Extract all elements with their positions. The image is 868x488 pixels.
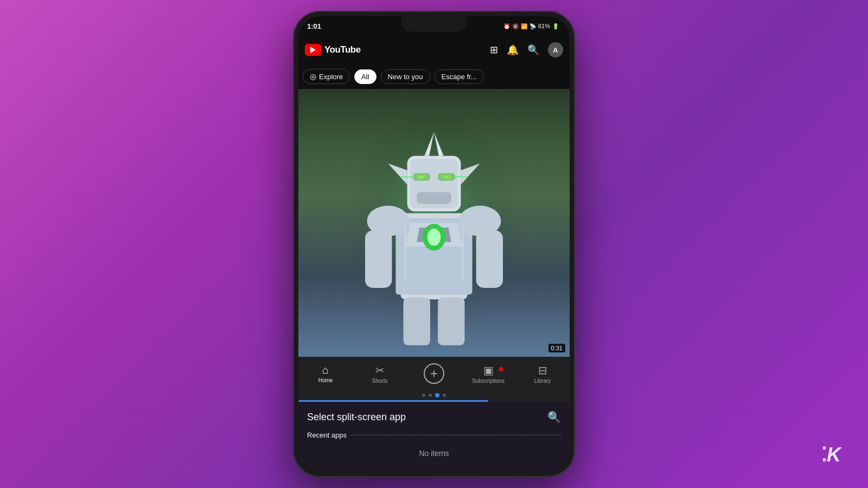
svg-rect-16 — [438, 173, 455, 181]
wifi-icon: 📶 — [521, 23, 527, 29]
phone-mockup: 1:01 ⏰ 🔇 📶 📡 61% 🔋 YouTube ⊞ — [293, 11, 575, 477]
shorts-label: Shorts — [372, 378, 388, 384]
nav-home[interactable]: ⌂ Home — [298, 364, 353, 383]
pagination-dots — [298, 390, 570, 400]
new-to-you-label: New to you — [388, 73, 423, 81]
home-label: Home — [318, 377, 333, 383]
split-screen-panel: Select split-screen app 🔍 Recent apps No… — [298, 402, 570, 472]
status-icons: ⏰ 🔇 📶 📡 61% 🔋 — [503, 23, 559, 29]
video-thumbnail — [298, 89, 570, 357]
youtube-header: YouTube ⊞ 🔔 🔍 A — [298, 36, 570, 64]
header-actions: ⊞ 🔔 🔍 A — [490, 42, 563, 57]
filter-bar: ◎ Explore All New to you Escape fr... — [298, 64, 570, 89]
alarm-icon: ⏰ — [503, 23, 510, 29]
explore-chip[interactable]: ◎ Explore — [303, 69, 350, 84]
youtube-logo-text: YouTube — [324, 44, 361, 55]
escape-label: Escape fr... — [442, 73, 477, 81]
recent-apps-label: Recent apps — [307, 431, 347, 439]
search-icon[interactable]: 🔍 — [527, 44, 539, 56]
nav-library[interactable]: ⊟ Library — [515, 364, 570, 384]
all-label: All — [361, 73, 369, 81]
dot-1 — [422, 394, 425, 397]
progress-bar-container — [298, 400, 570, 402]
all-chip[interactable]: All — [354, 69, 376, 84]
no-items-text: No items — [307, 446, 561, 461]
youtube-logo: YouTube — [305, 44, 490, 56]
home-icon: ⌂ — [322, 364, 329, 376]
svg-rect-19 — [417, 192, 451, 204]
recent-apps-row: Recent apps — [307, 431, 561, 439]
mute-icon: 🔇 — [512, 23, 519, 29]
explore-label: Explore — [319, 73, 343, 81]
avatar[interactable]: A — [548, 42, 563, 57]
progress-bar-fill — [298, 400, 488, 402]
nav-shorts[interactable]: ✂ Shorts — [353, 364, 407, 384]
subscriptions-icon: ▣ — [483, 364, 494, 377]
compass-icon: ◎ — [310, 72, 316, 81]
svg-point-6 — [427, 229, 441, 246]
svg-rect-15 — [413, 173, 430, 181]
watermark-dots: ⁚ — [821, 444, 827, 466]
svg-rect-22 — [404, 298, 430, 345]
svg-rect-21 — [476, 230, 503, 288]
phone-frame: 1:01 ⏰ 🔇 📶 📡 61% 🔋 YouTube ⊞ — [293, 11, 575, 477]
split-screen-title: Select split-screen app — [307, 412, 406, 423]
signal-icon: 📡 — [529, 23, 536, 29]
dot-4 — [443, 394, 446, 397]
svg-rect-20 — [365, 230, 392, 288]
shorts-icon: ✂ — [375, 364, 385, 377]
subscription-badge — [499, 367, 503, 371]
status-time: 1:01 — [307, 22, 321, 30]
nav-add[interactable]: + — [407, 363, 461, 384]
escape-chip[interactable]: Escape fr... — [435, 69, 484, 84]
library-label: Library — [534, 378, 551, 384]
cast-icon[interactable]: ⊞ — [490, 44, 498, 56]
knewz-watermark: ⁚K — [821, 444, 841, 466]
split-search-icon[interactable]: 🔍 — [547, 410, 561, 423]
split-screen-header: Select split-screen app 🔍 — [307, 410, 561, 423]
video-duration: 0:31 — [548, 344, 565, 352]
plus-icon: + — [430, 366, 438, 381]
notification-icon[interactable]: 🔔 — [507, 44, 519, 56]
phone-notch — [401, 16, 467, 31]
watermark-k: K — [827, 444, 841, 466]
svg-rect-23 — [438, 298, 464, 345]
dot-2 — [429, 394, 432, 397]
bottom-nav: ⌂ Home ✂ Shorts + ▣ Subscriptions — [298, 357, 570, 390]
add-button[interactable]: + — [424, 363, 444, 384]
dot-3 — [435, 393, 439, 397]
library-icon: ⊟ — [538, 364, 547, 377]
robot-illustration — [298, 89, 570, 357]
recent-apps-divider — [351, 435, 561, 435]
subscriptions-label: Subscriptions — [472, 378, 505, 384]
battery-text: 61% — [538, 23, 550, 29]
phone-screen: 1:01 ⏰ 🔇 📶 📡 61% 🔋 YouTube ⊞ — [298, 16, 570, 472]
youtube-logo-icon — [305, 44, 321, 56]
battery-icon: 🔋 — [552, 23, 559, 29]
nav-subscriptions[interactable]: ▣ Subscriptions — [461, 364, 515, 384]
new-to-you-chip[interactable]: New to you — [381, 69, 430, 84]
video-thumbnail-area[interactable]: 0:31 — [298, 89, 570, 357]
